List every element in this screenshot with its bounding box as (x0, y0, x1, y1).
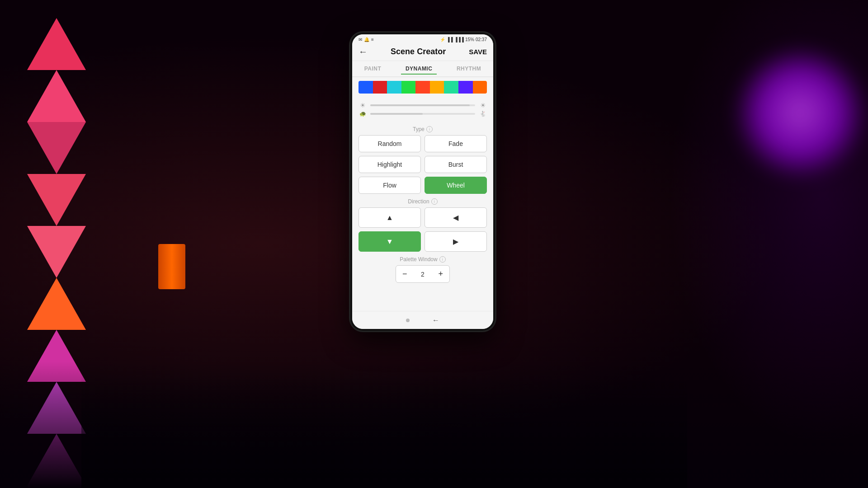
color-palette-strip[interactable] (359, 81, 487, 94)
phone-screen: ✉ 🔔 ≡ ⚡ ▐▐ ▐▐▐ 15% 02:37 ← Scene Creator… (352, 34, 493, 329)
type-fade-button[interactable]: Fade (425, 135, 487, 152)
status-left-icons: ✉ 🔔 ≡ (359, 37, 374, 42)
right-scene (642, 0, 868, 488)
tab-paint[interactable]: PAINT (360, 64, 386, 74)
type-grid: Random Fade Highlight Burst Flow Wheel (352, 135, 493, 194)
phone-device: ✉ 🔔 ≡ ⚡ ▐▐ ▐▐▐ 15% 02:37 ← Scene Creator… (350, 33, 495, 331)
direction-info-icon[interactable]: i (431, 198, 438, 205)
panel-1 (27, 18, 86, 70)
panel-4 (27, 174, 86, 226)
app-header: ← Scene Creator SAVE (352, 44, 493, 61)
direction-grid: ▲ ◀ ▼ ▶ (359, 207, 487, 252)
nanoleaf-panels (27, 18, 307, 357)
brightness-slider-row: ☀ ☀ (359, 102, 487, 109)
palette-plus-button[interactable]: + (432, 266, 449, 282)
notification-icon: 🔔 (364, 37, 369, 42)
time-text: 02:37 (476, 37, 487, 42)
slow-icon: 🐢 (359, 111, 367, 117)
menu-icon: ≡ (371, 37, 374, 42)
type-highlight-button[interactable]: Highlight (359, 156, 421, 173)
envelope-icon: ✉ (359, 37, 362, 42)
color-orange-red (415, 81, 430, 94)
color-teal (444, 81, 458, 94)
palette-section: Palette Window i − 2 + (352, 256, 493, 283)
tab-rhythm[interactable]: RHYTHM (452, 64, 486, 74)
nav-back-button[interactable]: ← (432, 316, 439, 324)
color-blue (359, 81, 373, 94)
nav-bar: ← (352, 311, 493, 329)
status-bar: ✉ 🔔 ≡ ⚡ ▐▐ ▐▐▐ 15% 02:37 (352, 34, 493, 44)
brightness-track[interactable] (370, 104, 475, 106)
sliders-section: ☀ ☀ 🐢 🐇 (352, 97, 493, 122)
nav-dot (406, 319, 410, 322)
panel-3 (27, 122, 86, 174)
color-purple (458, 81, 473, 94)
battery-text: 15% (465, 37, 474, 42)
lamp-cylinder (158, 244, 185, 289)
wifi-icon: ▐▐ (447, 37, 453, 42)
direction-label: Direction i (359, 198, 487, 205)
palette-counter: − 2 + (396, 265, 450, 283)
panel-6 (27, 278, 86, 330)
type-random-button[interactable]: Random (359, 135, 421, 152)
brightness-fill (370, 104, 470, 106)
direction-down-button[interactable]: ▼ (359, 231, 421, 252)
speed-slider-row: 🐢 🐇 (359, 111, 487, 117)
palette-info-icon[interactable]: i (439, 256, 446, 263)
tab-bar: PAINT DYNAMIC RHYTHM (352, 61, 493, 77)
bluetooth-icon: ⚡ (440, 37, 445, 42)
fast-icon: 🐇 (479, 111, 487, 117)
type-label: Type i (352, 126, 493, 132)
signal-icon: ▐▐▐ (454, 37, 464, 42)
direction-section: Direction i ▲ ◀ ▼ ▶ (352, 198, 493, 252)
color-dark-orange (473, 81, 487, 94)
palette-value: 2 (414, 271, 432, 278)
direction-right-button[interactable]: ▶ (425, 231, 487, 252)
color-green (401, 81, 416, 94)
type-wheel-button[interactable]: Wheel (425, 177, 487, 194)
type-burst-button[interactable]: Burst (425, 156, 487, 173)
type-info-icon[interactable]: i (426, 126, 433, 132)
direction-up-button[interactable]: ▲ (359, 207, 421, 228)
color-orange (430, 81, 444, 94)
brightness-high-icon: ☀ (479, 102, 487, 109)
color-cyan (387, 81, 401, 94)
save-button[interactable]: SAVE (469, 48, 487, 56)
speed-fill (370, 113, 423, 115)
phone-wrapper: ✉ 🔔 ≡ ⚡ ▐▐ ▐▐▐ 15% 02:37 ← Scene Creator… (350, 33, 495, 331)
speed-track[interactable] (370, 113, 475, 115)
status-right: ⚡ ▐▐ ▐▐▐ 15% 02:37 (440, 37, 487, 42)
panel-group (27, 18, 289, 343)
panel-2 (27, 70, 86, 122)
brightness-low-icon: ☀ (359, 102, 367, 109)
color-red (373, 81, 387, 94)
panel-5 (27, 226, 86, 278)
page-title: Scene Creator (391, 47, 446, 56)
type-flow-button[interactable]: Flow (359, 177, 421, 194)
palette-minus-button[interactable]: − (396, 266, 414, 282)
direction-left-button[interactable]: ◀ (425, 207, 487, 228)
palette-window-label: Palette Window i (359, 256, 487, 263)
tab-dynamic[interactable]: DYNAMIC (401, 64, 437, 75)
back-button[interactable]: ← (359, 47, 368, 57)
desk-items (81, 375, 687, 488)
